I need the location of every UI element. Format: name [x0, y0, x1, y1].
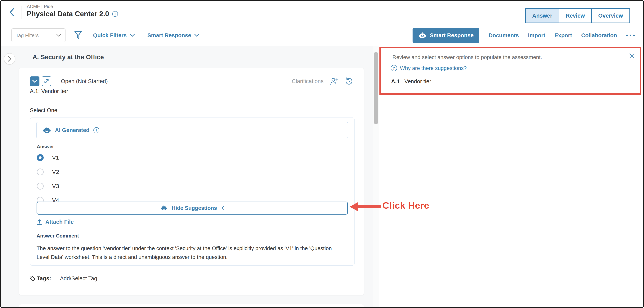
- question-icon: ?: [391, 65, 397, 71]
- filter-icon[interactable]: [74, 31, 82, 40]
- next-question-card-peek: [19, 304, 364, 307]
- app-window: ACME | Pide Physical Data Center 2.0 i A…: [0, 0, 644, 308]
- breadcrumb: ACME | Pide: [27, 4, 53, 9]
- answer-label: Answer: [37, 144, 54, 150]
- import-link[interactable]: Import: [528, 32, 545, 39]
- answer-container: AI Generated i Answer V1 V2 V3: [30, 118, 354, 266]
- attach-file-label: Attach File: [45, 219, 74, 225]
- close-icon: [629, 53, 635, 59]
- quick-filters-menu[interactable]: Quick Filters: [93, 32, 135, 39]
- select-one-label: Select One: [30, 107, 57, 114]
- page-title: Physical Data Center 2.0: [27, 10, 109, 18]
- suggestion-item-a1[interactable]: A.1 Vendor tier: [391, 78, 431, 85]
- clarifications-label: Clarifications: [292, 78, 324, 84]
- smart-response-menu-label: Smart Response: [148, 32, 191, 39]
- export-link[interactable]: Export: [554, 32, 572, 39]
- view-tabs: Answer Review Overview: [525, 8, 630, 23]
- assessment-content: A. Security at the Office Open (Not St: [1, 46, 379, 307]
- radio-selected-icon[interactable]: [37, 154, 44, 161]
- tag-filters-select[interactable]: Tag Filters: [12, 28, 66, 42]
- header-divider: [21, 6, 22, 19]
- suggestions-panel: Review and select answer options to popu…: [379, 46, 643, 307]
- tab-overview[interactable]: Overview: [591, 8, 630, 23]
- suggestion-item-title: Vendor tier: [404, 78, 431, 85]
- export-label: Export: [554, 32, 572, 39]
- import-label: Import: [528, 32, 545, 39]
- documents-label: Documents: [488, 32, 519, 39]
- add-select-tag-button[interactable]: Add/Select Tag: [60, 275, 97, 282]
- smart-response-button[interactable]: Smart Response: [412, 28, 479, 43]
- header: ACME | Pide Physical Data Center 2.0 i A…: [1, 1, 643, 24]
- scrollbar-thumb[interactable]: [374, 52, 378, 124]
- question-card: Open (Not Started) Clarifications: [19, 68, 364, 295]
- tags-row: Tags: Add/Select Tag: [29, 274, 97, 283]
- robot-icon: [418, 31, 426, 39]
- add-person-icon[interactable]: [330, 77, 338, 85]
- expand-diagonal-icon: [44, 78, 50, 84]
- section-title: A. Security at the Office: [32, 53, 104, 61]
- chevron-down-icon: [194, 34, 199, 37]
- chevron-left-icon: [221, 206, 224, 211]
- robot-icon: [160, 204, 168, 212]
- attach-file-button[interactable]: Attach File: [36, 219, 74, 225]
- tag-filters-placeholder: Tag Filters: [16, 32, 39, 38]
- divider: [56, 76, 56, 86]
- chevron-down-icon: [56, 34, 61, 37]
- question-label: A.1: Vendor tier: [30, 88, 68, 94]
- info-icon[interactable]: i: [94, 127, 99, 133]
- click-here-annotation: Click Here: [382, 200, 430, 211]
- hide-suggestions-button[interactable]: Hide Suggestions: [36, 202, 348, 215]
- toolbar: Tag Filters Quick Filters Smart Response: [1, 24, 643, 46]
- chevron-left-icon: [7, 7, 17, 17]
- option-label: V1: [52, 154, 59, 161]
- section-collapse-button[interactable]: [4, 53, 15, 65]
- collaboration-label: Collaboration: [581, 32, 617, 39]
- answer-comment-text: The answer to the question 'Vendor tier'…: [36, 244, 335, 262]
- answer-comment-label: Answer Comment: [36, 233, 79, 239]
- chevron-down-icon: [32, 79, 37, 83]
- back-button[interactable]: [7, 7, 17, 17]
- annotation-arrow-icon: [350, 201, 381, 212]
- option-label: V2: [52, 169, 59, 175]
- tags-label: Tags:: [37, 275, 51, 282]
- more-options-icon[interactable]: [626, 35, 635, 36]
- suggestions-message: Review and select answer options to popu…: [392, 54, 542, 60]
- history-icon[interactable]: [345, 77, 353, 85]
- tab-answer[interactable]: Answer: [525, 8, 559, 23]
- radio-option-v3[interactable]: V3: [37, 182, 59, 190]
- collapse-question-button[interactable]: [30, 76, 40, 86]
- tag-icon: [29, 275, 36, 282]
- radio-icon[interactable]: [37, 168, 44, 175]
- close-panel-button[interactable]: [628, 52, 636, 60]
- quick-filters-label: Quick Filters: [93, 32, 127, 39]
- upload-icon: [36, 219, 42, 225]
- info-icon[interactable]: i: [112, 11, 118, 17]
- collaboration-link[interactable]: Collaboration: [581, 32, 617, 39]
- ai-generated-badge[interactable]: AI Generated i: [36, 122, 348, 138]
- status-badge: Open (Not Started): [61, 78, 108, 84]
- option-label: V3: [52, 183, 59, 189]
- robot-icon: [43, 126, 51, 134]
- radio-icon[interactable]: [37, 183, 44, 189]
- chevron-right-icon: [8, 56, 12, 62]
- smart-response-menu[interactable]: Smart Response: [148, 32, 199, 39]
- why-suggestions-label: Why are there suggestions?: [400, 65, 467, 71]
- hide-suggestions-label: Hide Suggestions: [172, 205, 217, 211]
- why-suggestions-link[interactable]: ? Why are there suggestions?: [391, 65, 467, 71]
- tab-review[interactable]: Review: [559, 8, 592, 23]
- chevron-down-icon: [130, 34, 135, 37]
- expand-question-button[interactable]: [42, 76, 51, 86]
- documents-link[interactable]: Documents: [488, 32, 519, 39]
- smart-response-button-label: Smart Response: [430, 32, 474, 39]
- radio-option-v1[interactable]: V1: [37, 154, 59, 162]
- radio-option-v2[interactable]: V2: [37, 168, 59, 176]
- ai-generated-label: AI Generated: [55, 127, 90, 133]
- suggestion-item-id: A.1: [391, 78, 400, 85]
